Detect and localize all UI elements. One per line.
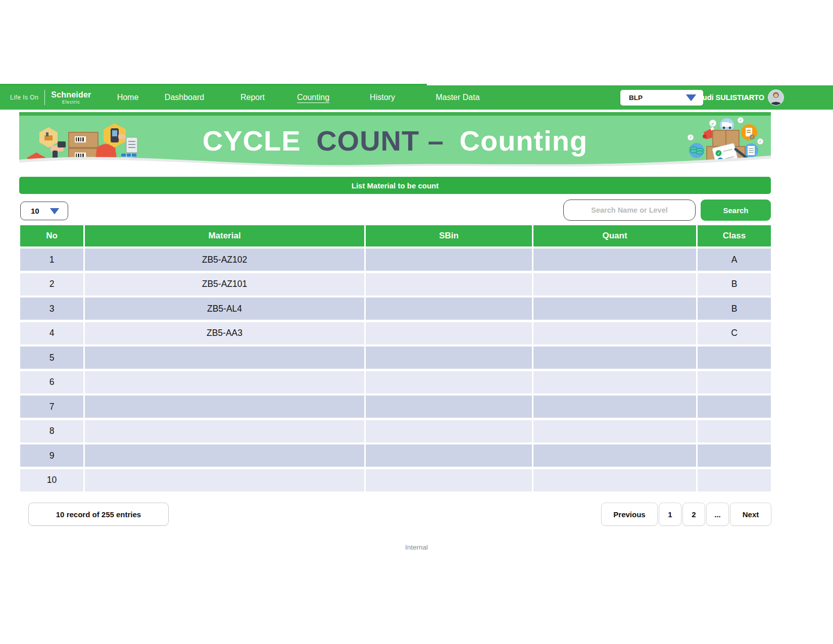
- cell-material: ZB5-AL4: [85, 298, 364, 320]
- cell-material: [85, 346, 364, 369]
- cell-quant: [533, 371, 696, 393]
- title-count: COUNT –: [316, 125, 444, 157]
- brand-divider: [44, 90, 45, 105]
- search-button[interactable]: Search: [701, 200, 771, 221]
- banner-top-strip: [19, 112, 771, 116]
- pagination-next-button[interactable]: Next: [730, 503, 771, 526]
- nav-item-history[interactable]: History: [370, 85, 395, 110]
- cell-sbin: [366, 249, 532, 271]
- table-row[interactable]: 2ZB5-AZ101B: [20, 273, 771, 295]
- page-size-value: 10: [31, 207, 39, 215]
- column-header-class: Class: [698, 225, 771, 246]
- cell-no: 8: [20, 420, 83, 442]
- table-row[interactable]: 10: [20, 469, 771, 491]
- cell-sbin: [366, 444, 532, 467]
- cell-no: 7: [20, 395, 83, 418]
- column-header-sbin: SBin: [366, 225, 532, 246]
- cell-class: B: [698, 273, 771, 295]
- cell-class: [698, 444, 771, 467]
- svg-text:✓: ✓: [739, 118, 743, 123]
- nav-item-dashboard[interactable]: Dashboard: [165, 85, 204, 110]
- life-is-on-label: Life Is On: [10, 94, 38, 101]
- cell-quant: [533, 273, 696, 295]
- record-count-label: 10 record of 255 entries: [56, 510, 141, 519]
- navbar: Life Is On Schneider Electric Home Dashb…: [0, 85, 833, 110]
- cell-quant: [533, 298, 696, 320]
- cell-material: ZB5-AZ101: [85, 273, 364, 295]
- cell-class: A: [698, 249, 771, 271]
- cell-no: 1: [20, 249, 83, 271]
- cell-material: [85, 444, 364, 467]
- cell-no: 9: [20, 444, 83, 467]
- search-input[interactable]: [563, 200, 696, 221]
- pagination-ellipsis-button[interactable]: ...: [706, 503, 729, 526]
- brand-name: Schneider: [51, 91, 91, 99]
- cell-material: [85, 469, 364, 491]
- table-row[interactable]: 4ZB5-AA3C: [20, 322, 771, 344]
- cell-no: 3: [20, 298, 83, 320]
- cell-class: [698, 346, 771, 369]
- cell-no: 6: [20, 371, 83, 393]
- page-size-dropdown[interactable]: 10: [20, 202, 68, 220]
- cell-no: 5: [20, 346, 83, 369]
- plant-selector-dropdown[interactable]: BLP: [620, 90, 703, 106]
- title-counting: Counting: [460, 125, 588, 157]
- cycle-count-app: Life Is On Schneider Electric Home Dashb…: [0, 0, 833, 644]
- cell-no: 4: [20, 322, 83, 344]
- pagination-page-1-button[interactable]: 1: [659, 503, 681, 526]
- banner-wave: [19, 153, 771, 171]
- cell-material: [85, 395, 364, 418]
- table-row[interactable]: 9: [20, 444, 771, 467]
- cell-class: [698, 371, 771, 393]
- chevron-down-icon: [50, 208, 59, 214]
- cell-material: [85, 420, 364, 442]
- cell-sbin: [366, 322, 532, 344]
- user-avatar: [768, 89, 784, 106]
- cell-sbin: [366, 420, 532, 442]
- title-cycle: CYCLE: [203, 125, 301, 157]
- table-row[interactable]: 7: [20, 395, 771, 418]
- cell-quant: [533, 444, 696, 467]
- user-name: Budi SULISTIARTO: [697, 93, 764, 102]
- nav-item-counting[interactable]: Counting: [297, 85, 329, 110]
- column-header-no: No: [20, 225, 83, 246]
- cell-class: C: [698, 322, 771, 344]
- person-icon: [768, 89, 783, 105]
- cell-sbin: [366, 346, 532, 369]
- svg-text:✓: ✓: [689, 135, 693, 140]
- cell-quant: [533, 469, 696, 491]
- table-header: No Material SBin Quant Class: [20, 225, 771, 246]
- nav-item-report[interactable]: Report: [240, 85, 265, 110]
- cell-quant: [533, 420, 696, 442]
- cell-class: B: [698, 298, 771, 320]
- column-header-quant: Quant: [533, 225, 696, 246]
- nav-item-master-data[interactable]: Master Data: [435, 85, 479, 110]
- cell-quant: [533, 346, 696, 369]
- cell-class: [698, 420, 771, 442]
- brand-sub: Electric: [51, 100, 91, 105]
- nav-item-home[interactable]: Home: [117, 85, 139, 110]
- cell-sbin: [366, 395, 532, 418]
- column-header-material: Material: [85, 225, 364, 246]
- plant-selector-value: BLP: [629, 94, 643, 102]
- pagination-page-2-button[interactable]: 2: [682, 503, 705, 526]
- page-banner: CYCLE COUNT – Counting ✓✓✓: [19, 112, 771, 171]
- pagination-previous-button[interactable]: Previous: [601, 503, 658, 526]
- table-row[interactable]: 1ZB5-AZ102A: [20, 249, 771, 271]
- cell-sbin: [366, 298, 532, 320]
- svg-text:✓: ✓: [759, 139, 762, 144]
- schneider-logo: Life Is On Schneider Electric: [10, 85, 91, 110]
- table-row[interactable]: 8: [20, 420, 771, 442]
- pagination: Previous 1 2 ... Next: [601, 503, 771, 526]
- cell-sbin: [366, 371, 532, 393]
- cell-material: [85, 371, 364, 393]
- table-row[interactable]: 5: [20, 346, 771, 369]
- table-row[interactable]: 3ZB5-AL4B: [20, 298, 771, 320]
- cell-no: 2: [20, 273, 83, 295]
- cell-sbin: [366, 273, 532, 295]
- cell-material: ZB5-AZ102: [85, 249, 364, 271]
- section-header-bar: List Material to be count: [19, 177, 771, 194]
- table-row[interactable]: 6: [20, 371, 771, 393]
- user-menu[interactable]: Budi SULISTIARTO: [697, 85, 784, 110]
- cell-class: [698, 469, 771, 491]
